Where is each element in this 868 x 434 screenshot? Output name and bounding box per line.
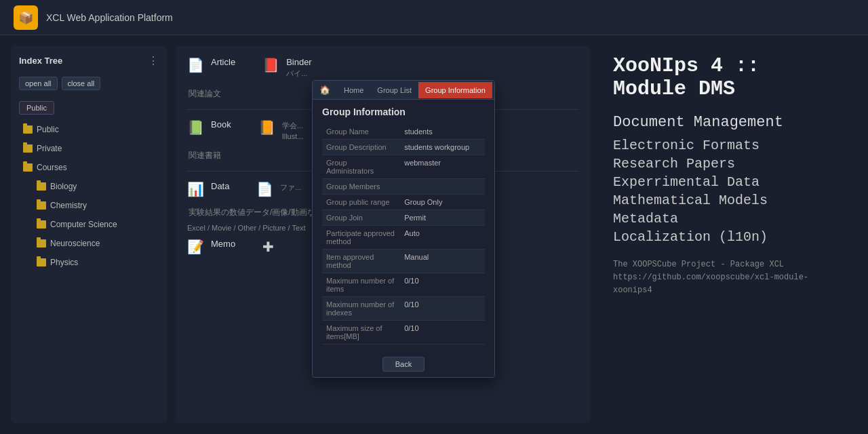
sidebar-item-neuroscience[interactable]: Neuroscience <box>33 237 159 250</box>
sidebar-item-private[interactable]: Private <box>19 142 159 155</box>
table-row: Maximum number of indexes0/10 <box>322 297 485 321</box>
folder-icon <box>23 144 33 153</box>
home-nav-button[interactable]: 🏠 <box>313 81 337 99</box>
folder-icon <box>23 163 33 172</box>
feature-item: Metadata <box>613 211 844 226</box>
memo-icon: 📝 <box>187 239 204 255</box>
footer-text: The XOOPSCube Project - Package XCL http… <box>613 258 844 298</box>
feature-item: Experrimental Data <box>613 174 844 190</box>
row-value <box>400 179 485 195</box>
table-row: Maximum size of items[MB]0/10 <box>322 321 485 344</box>
sidebar-item-label: Chemistry <box>50 201 87 210</box>
group-info-modal: 🏠 Home Group List Group Information Grou… <box>312 80 495 378</box>
row-value: students workgroup <box>400 140 485 155</box>
doc-sub: 学会... <box>282 121 304 131</box>
folder-icon <box>37 201 46 210</box>
topbar: 📦 XCL Web Application Platform <box>0 0 868 35</box>
row-value: webmaster <box>400 155 485 179</box>
row-value: Auto <box>400 226 485 250</box>
group-info-tab[interactable]: Group Information <box>418 82 492 98</box>
sidebar-item-biology[interactable]: Biology <box>33 180 159 193</box>
sidebar-controls: open all close all <box>19 77 159 90</box>
binder-icon: 📕 <box>262 57 279 73</box>
article-icon: 📄 <box>187 57 204 73</box>
folder-icon <box>37 239 46 248</box>
doc-title: Book <box>211 119 231 130</box>
main-content: Index Tree ⋮ open all close all Public P… <box>0 35 868 434</box>
sidebar-item-physics[interactable]: Physics <box>33 256 159 269</box>
doc-item-article[interactable]: 📄 Article <box>187 57 235 79</box>
right-panel: XooNIps 4 :: Module DMS Document Managem… <box>599 46 857 423</box>
open-all-button[interactable]: open all <box>19 77 58 90</box>
sidebar-item-public[interactable]: Public <box>19 123 159 136</box>
table-row: Group JoinPermit <box>322 210 485 226</box>
sidebar-item-chemistry[interactable]: Chemistry <box>33 199 159 212</box>
row-value: Manual <box>400 250 485 273</box>
feature-item: Localization (l10n) <box>613 229 844 245</box>
sidebar-item-label: Physics <box>50 258 78 267</box>
row-label: Maximum number of items <box>322 273 400 297</box>
doc-item-illust[interactable]: 📙 学会... Illust... <box>258 119 304 140</box>
book-icon: 📗 <box>187 119 204 136</box>
doc-item-data[interactable]: 📊 Data <box>187 181 229 197</box>
group-info-table: Group NamestudentsGroup Descriptionstude… <box>322 124 485 344</box>
row-label: Group Description <box>322 140 400 155</box>
modal-footer: Back <box>313 351 494 377</box>
table-row: Group Members <box>322 179 485 195</box>
feature-item: Electronic Formats <box>613 138 844 153</box>
table-row: Participate approved methodAuto <box>322 226 485 250</box>
sidebar-item-label: Courses <box>37 163 67 172</box>
close-all-button[interactable]: close all <box>62 77 101 90</box>
doc-sub: ファ... <box>280 182 301 193</box>
doc-sub2: Illust... <box>282 132 304 140</box>
row-value: 0/10 <box>400 297 485 321</box>
doc-item-memo[interactable]: 📝 Memo <box>187 239 235 255</box>
app-title: XCL Web Application Platform <box>46 12 173 23</box>
sidebar-item-label: Biology <box>50 182 77 191</box>
doc-title: Binder <box>286 57 312 67</box>
footer-line1: The XOOPSCube Project - Package XCL <box>613 260 784 269</box>
table-row: Group Namestudents <box>322 124 485 140</box>
sidebar-item-label: Neuroscience <box>50 239 100 248</box>
doc-item-cross[interactable]: ✚ <box>262 239 279 255</box>
cross-icon: ✚ <box>262 239 279 255</box>
sidebar-header: Index Tree ⋮ <box>19 54 159 67</box>
group-list-tab[interactable]: Group List <box>370 82 418 98</box>
feature-item: Mathematical Models <box>613 193 844 208</box>
illust-icon: 📙 <box>258 119 275 136</box>
folder-icon <box>37 258 46 267</box>
doc-item-book[interactable]: 📗 Book <box>187 119 231 140</box>
public-badge[interactable]: Public <box>19 101 54 115</box>
row-value: students <box>400 124 485 140</box>
more-icon: ⋮ <box>148 54 159 67</box>
modal-navbar: 🏠 Home Group List Group Information <box>313 81 494 100</box>
row-label: Maximum number of indexes <box>322 297 400 321</box>
row-value: Group Only <box>400 195 485 210</box>
row-label: Group Members <box>322 179 400 195</box>
row-label: Item approved method <box>322 250 400 273</box>
row-label: Group Administrators <box>322 155 400 179</box>
doc-item-binder[interactable]: 📕 Binder バイ... <box>262 57 312 79</box>
modal-title: Group Information <box>322 106 485 117</box>
home-tab[interactable]: Home <box>337 82 370 98</box>
folder-icon <box>37 182 46 191</box>
sidebar-item-label: Private <box>37 144 62 153</box>
row-label: Participate approved method <box>322 226 400 250</box>
doc-item-file[interactable]: 📄 ファ... <box>256 181 301 197</box>
table-row: Maximum number of items0/10 <box>322 273 485 297</box>
sidebar-item-computer-science[interactable]: Computer Science <box>33 218 159 231</box>
row-label: Group public range <box>322 195 400 210</box>
folder-icon <box>23 125 33 134</box>
modal-body: Group Information Group NamestudentsGrou… <box>313 100 494 351</box>
row-label: Group Name <box>322 124 400 140</box>
row-label: Group Join <box>322 210 400 226</box>
file-icon: 📄 <box>256 181 273 197</box>
sidebar-item-courses[interactable]: Courses <box>19 161 159 174</box>
sidebar-item-label: Public <box>37 125 59 134</box>
center-panel: 📄 Article 📕 Binder バイ... 関連論文 📗 Book <box>176 46 590 423</box>
footer-line2: https://github.com/xoopscube/xcl-module-… <box>613 273 808 295</box>
sidebar-title: Index Tree <box>19 56 62 66</box>
back-button[interactable]: Back <box>382 357 425 372</box>
feature-item: Research Papers <box>613 156 844 172</box>
doc-title: Data <box>211 181 229 191</box>
